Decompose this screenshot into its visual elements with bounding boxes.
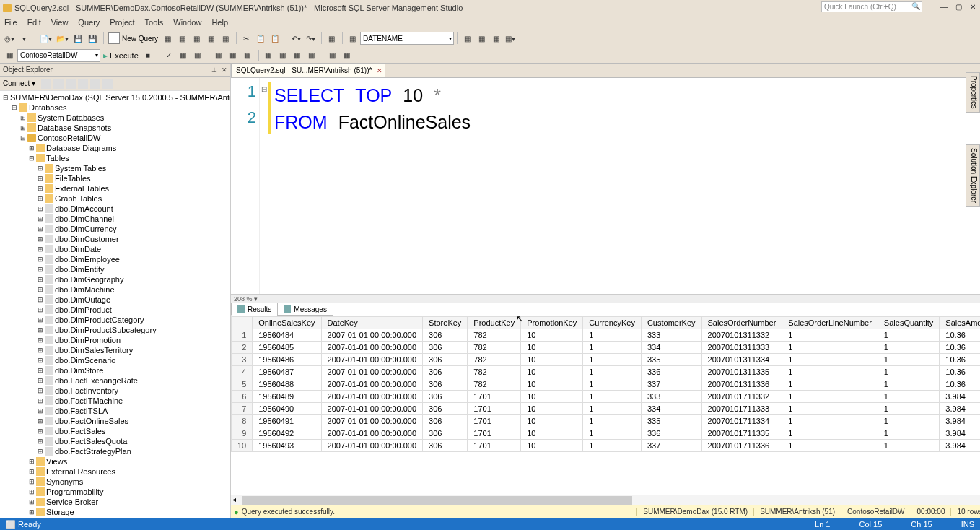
menu-window[interactable]: Window [173, 18, 201, 27]
tree-node[interactable]: ⊞dbo.FactITSLA [0, 406, 230, 416]
menu-view[interactable]: View [51, 18, 69, 27]
messages-tab[interactable]: Messages [277, 303, 333, 316]
tool2-icon[interactable]: ▦ [346, 31, 359, 45]
tree-toggle-icon[interactable]: ⊞ [38, 246, 45, 253]
tree-toggle-icon[interactable]: ⊞ [38, 195, 45, 202]
cell[interactable]: 10 [521, 342, 583, 354]
tree-node[interactable]: ⊞External Tables [0, 183, 230, 194]
cell[interactable]: 1 [782, 366, 878, 378]
tree-node[interactable]: ⊞dbo.FactSalesQuota [0, 436, 230, 446]
cell[interactable]: 3.984 [940, 440, 980, 452]
menu-help[interactable]: Help [211, 18, 228, 27]
cell[interactable]: 1 [583, 403, 642, 415]
cell[interactable]: 10.36 [940, 354, 980, 366]
tree-toggle-icon[interactable]: ⊞ [38, 306, 45, 313]
tree-node[interactable]: ⊞dbo.DimPromotion [0, 335, 230, 345]
parse-icon[interactable]: ✓ [162, 48, 175, 63]
cell[interactable]: 1 [878, 403, 939, 415]
column-header[interactable]: SalesQuantity [878, 317, 939, 329]
oe-btn1-icon[interactable] [41, 79, 51, 89]
tree-node[interactable]: ⊟ContosoRetailDW [0, 133, 230, 143]
cell[interactable]: 1 [878, 427, 939, 440]
table-row[interactable]: 6195604892007-01-01 00:00:00.00030617011… [232, 391, 981, 403]
menu-tools[interactable]: Tools [145, 18, 164, 27]
undo-icon[interactable]: ↶▾ [289, 31, 302, 45]
tree-node[interactable]: ⊞dbo.FactExchangeRate [0, 375, 230, 386]
tree-node[interactable]: ⊞dbo.DimScenario [0, 355, 230, 365]
tree-toggle-icon[interactable]: ⊞ [38, 417, 45, 425]
outdent-icon[interactable]: ▦ [276, 48, 289, 63]
tree-toggle-icon[interactable]: ⊞ [38, 205, 45, 212]
cell[interactable]: 1 [878, 342, 939, 354]
cell[interactable]: 1 [583, 342, 642, 354]
tree-node[interactable]: ⊞Programmability [0, 487, 230, 497]
stop-icon[interactable]: ■ [141, 48, 154, 63]
indent-icon[interactable]: ▦ [262, 48, 275, 63]
oe-btn4-icon[interactable] [78, 79, 88, 89]
tree-node[interactable]: ⊞Service Broker [0, 497, 230, 507]
tool4-icon[interactable]: ▦ [475, 31, 488, 45]
function-dropdown[interactable]: DATENAME [360, 32, 454, 45]
tool5-icon[interactable]: ▦ [489, 31, 502, 45]
tree-toggle-icon[interactable]: ⊞ [38, 175, 45, 182]
tree-node[interactable]: ⊞dbo.DimProductCategory [0, 315, 230, 325]
panel-close-icon[interactable]: ✕ [222, 66, 227, 74]
cell[interactable]: 10 [521, 415, 583, 427]
cell[interactable]: 10 [521, 403, 583, 415]
menu-edit[interactable]: Edit [27, 18, 41, 27]
zoom-indicator[interactable]: 208 % ▾ [231, 295, 980, 303]
cell[interactable]: 306 [423, 440, 468, 452]
script2-icon[interactable]: ▦ [175, 31, 188, 45]
misc1-icon[interactable]: ▦ [326, 48, 339, 63]
tree-toggle-icon[interactable]: ⊞ [29, 508, 36, 516]
sql-editor[interactable]: 12 ⊟ SELECT TOP 10 * FROM FactOnlineSale… [231, 78, 980, 295]
cell[interactable]: 1 [782, 440, 878, 452]
cell[interactable]: 1 [583, 378, 642, 391]
tree-toggle-icon[interactable]: ⊟ [29, 155, 36, 162]
tree-node[interactable]: ⊞dbo.DimSalesTerritory [0, 345, 230, 355]
cell[interactable]: 2007-01-01 00:00:00.000 [321, 415, 423, 427]
tree-toggle-icon[interactable]: ⊞ [38, 316, 45, 323]
cell[interactable]: 1 [878, 440, 939, 452]
script3-icon[interactable]: ▦ [190, 31, 203, 45]
script-icon[interactable]: ▦ [161, 31, 174, 45]
tree-node[interactable]: ⊞dbo.FactInventory [0, 386, 230, 396]
cell[interactable]: 20070101311332 [701, 329, 782, 342]
cell[interactable]: 10 [521, 329, 583, 342]
tree-toggle-icon[interactable]: ⊞ [38, 427, 45, 435]
cell[interactable]: 10.36 [940, 366, 980, 378]
cell[interactable]: 782 [468, 342, 521, 354]
close-button[interactable]: ✕ [966, 0, 980, 13]
tree-node[interactable]: ⊞Graph Tables [0, 194, 230, 204]
cell[interactable]: 1701 [468, 427, 521, 440]
execute-button[interactable]: Execute [103, 51, 139, 61]
results-grid-icon[interactable]: ▦ [177, 48, 190, 63]
table-row[interactable]: 9195604922007-01-01 00:00:00.00030617011… [232, 427, 981, 440]
cut-icon[interactable]: ✂ [240, 31, 253, 45]
cell[interactable]: 1 [583, 366, 642, 378]
cell[interactable]: 20070101711336 [701, 440, 782, 452]
cell[interactable]: 1 [782, 342, 878, 354]
tree-node[interactable]: ⊟Databases [0, 103, 230, 113]
cell[interactable]: 1 [878, 378, 939, 391]
tree-toggle-icon[interactable]: ⊞ [38, 336, 45, 344]
tree-node[interactable]: ⊞Synonyms [0, 477, 230, 487]
cell[interactable]: 306 [423, 342, 468, 354]
cell[interactable]: 3.984 [940, 391, 980, 403]
tree-toggle-icon[interactable]: ⊞ [38, 235, 45, 243]
pin-icon[interactable]: ⊥ [211, 66, 217, 74]
tree-node[interactable]: ⊞Database Diagrams [0, 143, 230, 153]
tree-node[interactable]: ⊞dbo.DimEntity [0, 264, 230, 274]
new-icon[interactable]: 📄▾ [38, 31, 53, 45]
refresh-icon[interactable] [90, 79, 100, 89]
misc2-icon[interactable]: ▦ [341, 48, 354, 63]
cell[interactable]: 20070101711335 [701, 427, 782, 440]
code-body[interactable]: SELECT TOP 10 * FROM FactOnlineSales [268, 78, 980, 294]
document-tab[interactable]: SQLQuery2.sql - SU...MER\Antriksh (51))*… [231, 63, 385, 77]
oe-btn3-icon[interactable] [66, 79, 76, 89]
cell[interactable]: 10 [521, 427, 583, 440]
tree-toggle-icon[interactable]: ⊞ [38, 397, 45, 404]
tab-close-icon[interactable]: ✕ [377, 67, 382, 74]
cell[interactable]: 20070101711333 [701, 403, 782, 415]
tree-node[interactable]: ⊞dbo.DimProductSubcategory [0, 325, 230, 335]
